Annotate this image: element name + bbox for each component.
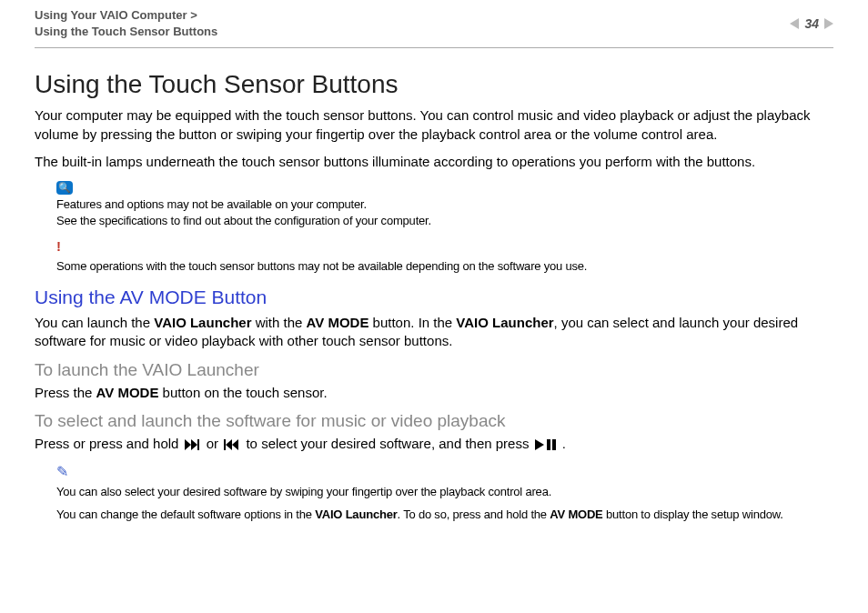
info-note-line1: Features and options may not be availabl…: [56, 197, 367, 211]
info-icon: 🔍: [56, 181, 73, 195]
info-note-line2: See the specifications to find out about…: [56, 214, 431, 227]
svg-marker-4: [226, 439, 232, 450]
text: or: [207, 436, 223, 451]
document-page: Using Your VAIO Computer > Using the Tou…: [0, 0, 868, 523]
warning-note-block: ! Some operations with the touch sensor …: [56, 237, 833, 274]
breadcrumb-line1: Using Your VAIO Computer >: [35, 8, 197, 22]
page-number-nav: 34: [790, 7, 833, 31]
intro-paragraph-1: Your computer may be equipped with the t…: [35, 106, 833, 144]
tip-note-block: ✎ You can also select your desired softw…: [56, 462, 833, 523]
svg-rect-3: [224, 439, 226, 450]
page-number: 34: [804, 16, 819, 31]
av-mode-paragraph: You can launch the VAIO Launcher with th…: [35, 314, 833, 351]
next-track-icon: [185, 439, 201, 450]
svg-marker-1: [191, 439, 197, 450]
page-header: Using Your VAIO Computer > Using the Tou…: [35, 7, 833, 48]
next-page-arrow-icon[interactable]: [824, 18, 833, 29]
warning-icon: !: [56, 237, 61, 256]
pencil-icon: ✎: [56, 462, 68, 482]
svg-marker-0: [185, 439, 191, 450]
text-bold: AV MODE: [307, 315, 369, 330]
svg-rect-8: [552, 439, 556, 450]
text: Press the: [35, 385, 96, 400]
svg-marker-5: [232, 439, 238, 450]
breadcrumb-line2: Using the Touch Sensor Buttons: [35, 25, 217, 38]
section-heading-av-mode: Using the AV MODE Button: [35, 286, 833, 308]
text: You can launch the: [35, 315, 154, 330]
select-instruction: Press or press and hold or to select you…: [35, 435, 833, 453]
tip-line1: You can also select your desired softwar…: [56, 484, 833, 500]
info-note-block: 🔍 Features and options may not be availa…: [56, 180, 833, 228]
text-bold: VAIO Launcher: [456, 315, 553, 330]
text: button on the touch sensor.: [158, 385, 327, 400]
text: Press or press and hold: [35, 436, 183, 451]
text: . To do so, press and hold the: [398, 507, 550, 521]
subheading-select: To select and launch the software for mu…: [35, 411, 833, 431]
text-bold: AV MODE: [96, 385, 159, 400]
intro-paragraph-2: The built-in lamps underneath the touch …: [35, 153, 833, 171]
text-bold: VAIO Launcher: [154, 315, 251, 330]
text: to select your desired software, and the…: [246, 436, 532, 451]
launch-instruction: Press the AV MODE button on the touch se…: [35, 384, 833, 402]
text-bold: VAIO Launcher: [315, 507, 397, 521]
svg-rect-7: [547, 439, 550, 450]
breadcrumb: Using Your VAIO Computer > Using the Tou…: [35, 7, 217, 40]
text: button. In the: [368, 315, 456, 330]
text-bold: AV MODE: [550, 507, 602, 521]
page-title: Using the Touch Sensor Buttons: [35, 70, 833, 99]
svg-marker-6: [535, 439, 544, 450]
text: You can change the default software opti…: [56, 507, 315, 521]
prev-track-icon: [224, 439, 240, 450]
text: with the: [251, 315, 306, 330]
subheading-launch: To launch the VAIO Launcher: [35, 360, 833, 380]
text: button to display the setup window.: [603, 507, 783, 521]
svg-rect-2: [197, 439, 199, 450]
text: .: [562, 436, 566, 451]
prev-page-arrow-icon[interactable]: [790, 18, 799, 29]
play-pause-icon: [535, 439, 557, 450]
tip-line2: You can change the default software opti…: [56, 507, 833, 523]
warning-note-text: Some operations with the touch sensor bu…: [56, 259, 587, 273]
